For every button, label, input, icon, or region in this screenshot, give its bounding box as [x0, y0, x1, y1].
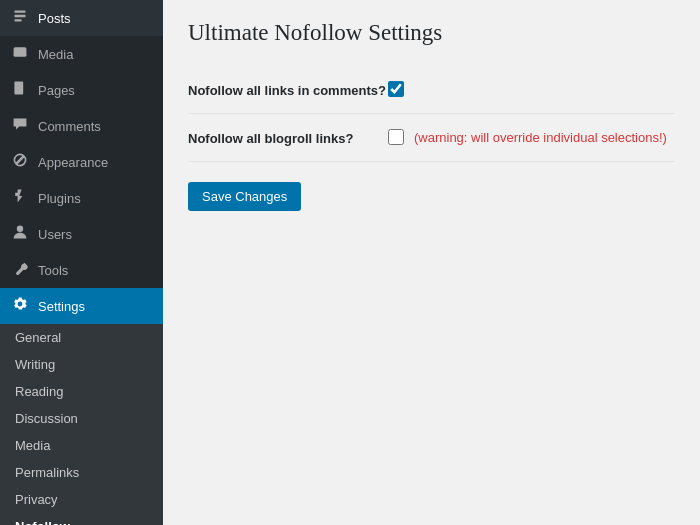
media-icon — [10, 44, 30, 64]
submenu-item-privacy[interactable]: Privacy — [0, 486, 163, 513]
nofollow-comments-checkbox[interactable] — [388, 81, 404, 97]
pages-icon — [10, 80, 30, 100]
nofollow-blogroll-control: (warning: will override individual selec… — [388, 129, 675, 145]
users-icon — [10, 224, 30, 244]
svg-rect-7 — [17, 86, 21, 87]
sidebar-label-media: Media — [38, 47, 73, 62]
page-title: Ultimate Nofollow Settings — [188, 20, 675, 46]
sidebar-label-posts: Posts — [38, 11, 71, 26]
submenu-item-discussion[interactable]: Discussion — [0, 405, 163, 432]
nofollow-blogroll-label: Nofollow all blogroll links? — [188, 129, 388, 146]
svg-rect-2 — [14, 19, 21, 21]
svg-point-9 — [17, 226, 23, 232]
blogroll-warning-text: (warning: will override individual selec… — [414, 130, 667, 145]
submenu-item-reading[interactable]: Reading — [0, 378, 163, 405]
sidebar-item-appearance[interactable]: Appearance — [0, 144, 163, 180]
nofollow-blogroll-checkbox[interactable] — [388, 129, 404, 145]
sidebar-label-users: Users — [38, 227, 72, 242]
main-content: Ultimate Nofollow Settings Nofollow all … — [163, 0, 700, 525]
svg-rect-1 — [14, 15, 25, 17]
settings-row-comments: Nofollow all links in comments? — [188, 66, 675, 114]
sidebar-item-media[interactable]: Media — [0, 36, 163, 72]
sidebar-label-plugins: Plugins — [38, 191, 81, 206]
plugins-icon — [10, 188, 30, 208]
sidebar-item-comments[interactable]: Comments — [0, 108, 163, 144]
sidebar-label-settings: Settings — [38, 299, 85, 314]
settings-icon — [10, 296, 30, 316]
save-button-container: Save Changes — [188, 162, 675, 211]
tools-icon — [10, 260, 30, 280]
sidebar-item-posts[interactable]: Posts — [0, 0, 163, 36]
sidebar-item-pages[interactable]: Pages — [0, 72, 163, 108]
svg-rect-0 — [14, 10, 25, 12]
sidebar-label-pages: Pages — [38, 83, 75, 98]
svg-rect-8 — [17, 89, 19, 90]
nofollow-comments-control — [388, 81, 675, 97]
settings-submenu: General Writing Reading Discussion Media… — [0, 324, 163, 525]
svg-rect-6 — [17, 84, 21, 85]
settings-row-blogroll: Nofollow all blogroll links? (warning: w… — [188, 114, 675, 162]
sidebar-item-users[interactable]: Users — [0, 216, 163, 252]
appearance-icon — [10, 152, 30, 172]
posts-icon — [10, 8, 30, 28]
submenu-item-nofollow[interactable]: Nofollow — [0, 513, 163, 525]
save-changes-button[interactable]: Save Changes — [188, 182, 301, 211]
sidebar-item-settings[interactable]: Settings — [0, 288, 163, 324]
svg-rect-5 — [14, 82, 23, 95]
comments-icon — [10, 116, 30, 136]
submenu-item-writing[interactable]: Writing — [0, 351, 163, 378]
submenu-item-media[interactable]: Media — [0, 432, 163, 459]
sidebar-item-tools[interactable]: Tools — [0, 252, 163, 288]
sidebar-label-comments: Comments — [38, 119, 101, 134]
sidebar-item-plugins[interactable]: Plugins — [0, 180, 163, 216]
sidebar-label-appearance: Appearance — [38, 155, 108, 170]
sidebar-label-tools: Tools — [38, 263, 68, 278]
nofollow-comments-label: Nofollow all links in comments? — [188, 81, 388, 98]
sidebar: Posts Media Pages Comments Appearance Pl… — [0, 0, 163, 525]
submenu-item-permalinks[interactable]: Permalinks — [0, 459, 163, 486]
submenu-item-general[interactable]: General — [0, 324, 163, 351]
